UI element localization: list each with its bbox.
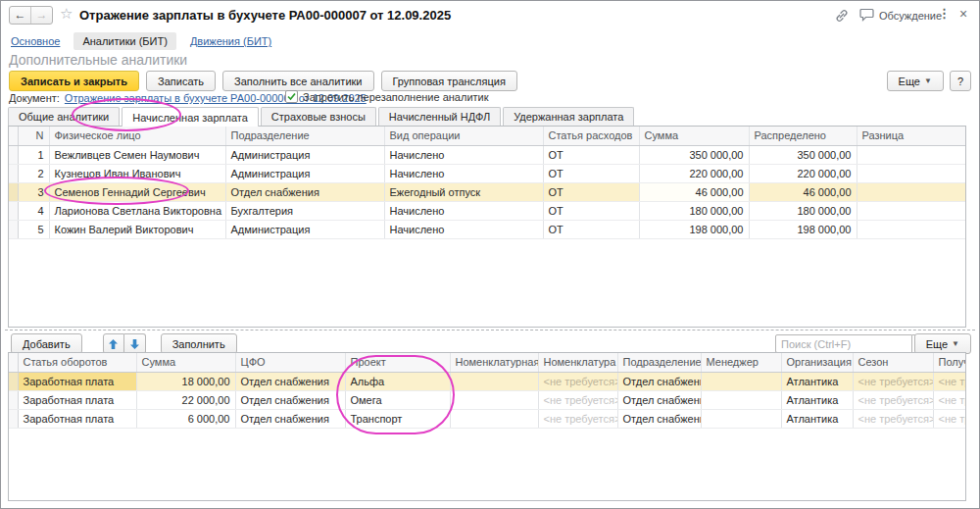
column-header-season[interactable]: Сезон (853, 353, 933, 372)
add-button[interactable]: Добавить (11, 333, 82, 354)
cell-amount[interactable]: 22 000,00 (136, 390, 235, 409)
cell-expense[interactable]: ОТ (543, 220, 639, 238)
cell-item[interactable]: Заработная плата (18, 390, 136, 409)
fill-all-analytics-button[interactable]: Заполнить все аналитики (222, 71, 373, 91)
cell-person[interactable]: Кожин Валерий Викторович (49, 220, 225, 238)
column-header-nomenclature[interactable]: Номенклатура (538, 353, 617, 372)
column-header-department[interactable]: Подразделение (225, 127, 384, 145)
help-button[interactable]: ? (950, 71, 971, 91)
cell-project[interactable]: Альфа (345, 372, 450, 390)
close-icon[interactable]: × (959, 6, 967, 22)
nav-item-osnovnoe[interactable]: Основное (11, 35, 60, 47)
column-header-operation[interactable]: Вид операции (384, 127, 543, 145)
get-link-icon[interactable] (834, 8, 850, 27)
cell-amount[interactable]: 18 000,00 (136, 372, 235, 390)
cell-nomenclature[interactable]: <не требуется> (538, 409, 617, 428)
column-header-person[interactable]: Физическое лицо (49, 127, 225, 145)
cell-operation[interactable]: Начислено (384, 145, 543, 164)
more-menu-icon[interactable]: ⋮ (938, 6, 951, 21)
move-up-button[interactable] (103, 333, 124, 354)
cell-season[interactable]: <не требуется> (853, 372, 933, 390)
cell-n[interactable]: 4 (18, 201, 49, 220)
column-header-distributed[interactable]: Распределено (749, 127, 857, 145)
column-header-cfo[interactable]: ЦФО (235, 353, 345, 372)
cell-expense[interactable]: ОТ (543, 201, 639, 220)
column-header-department[interactable]: Подразделение (617, 353, 701, 372)
cell-manager[interactable] (701, 409, 781, 428)
cell-project[interactable]: Транспорт (345, 409, 450, 428)
cell-n[interactable]: 1 (18, 145, 49, 164)
cell-difference[interactable] (857, 145, 965, 164)
cell-department[interactable]: Отдел снабжения (617, 409, 701, 428)
table-row[interactable]: Заработная плата 6 000,00 Отдел снабжени… (9, 409, 965, 428)
cell-nom-group[interactable] (450, 409, 538, 428)
forward-icon[interactable]: → (30, 7, 52, 24)
cell-department[interactable]: Администрация (225, 164, 384, 182)
cell-receiver[interactable]: <не требуется> (933, 409, 965, 428)
table-row[interactable]: 1 Вежливцев Семен Наумович Администрация… (9, 145, 965, 164)
cell-organization[interactable]: Атлантика (781, 372, 853, 390)
cell-n[interactable]: 2 (18, 164, 49, 182)
table-row[interactable]: 2 Кузнецов Иван Иванович Администрация Н… (9, 164, 965, 182)
cell-amount[interactable]: 220 000,00 (639, 164, 749, 182)
column-header-receiver[interactable]: Получате... (933, 353, 965, 372)
column-header-expense[interactable]: Статья расходов (543, 127, 639, 145)
cell-difference[interactable] (857, 220, 965, 238)
cell-amount[interactable]: 180 000,00 (639, 201, 749, 220)
nav-item-analitiki-bit[interactable]: Аналитики (БИТ) (74, 32, 175, 50)
forbid-refill-checkbox[interactable] (285, 90, 298, 103)
column-header-manager[interactable]: Менеджер (701, 353, 781, 372)
cell-department[interactable]: Отдел снабжения (225, 182, 384, 201)
column-header-amount[interactable]: Сумма (639, 127, 749, 145)
favorite-star-icon[interactable]: ☆ (60, 5, 73, 23)
tab-nachislennaya-zarplata[interactable]: Начисленная зарплата (122, 107, 259, 127)
cell-difference[interactable] (857, 164, 965, 182)
cell-department[interactable]: Администрация (225, 220, 384, 238)
column-header-difference[interactable]: Разница (857, 127, 965, 145)
cell-amount[interactable]: 350 000,00 (639, 145, 749, 164)
save-and-close-button[interactable]: Записать и закрыть (9, 71, 139, 91)
tab-obshchie-analitiki[interactable]: Общие аналитики (8, 107, 120, 126)
table-row-selected[interactable]: Заработная плата 18 000,00 Отдел снабжен… (9, 372, 965, 390)
table-row[interactable]: Заработная плата 22 000,00 Отдел снабжен… (9, 390, 965, 409)
cell-receiver[interactable]: <не требуется> (933, 390, 965, 409)
cell-cfo[interactable]: Отдел снабжения (235, 409, 345, 428)
cell-difference[interactable] (857, 182, 965, 201)
cell-expense[interactable]: ОТ (543, 182, 639, 201)
cell-operation[interactable]: Начислено (384, 220, 543, 238)
cell-project[interactable]: Омега (345, 390, 450, 409)
more-button-bottom[interactable]: Еще▼ (914, 333, 971, 354)
cell-distributed[interactable]: 220 000,00 (749, 164, 857, 182)
cell-person[interactable]: Семенов Геннадий Сергеевич (49, 182, 225, 201)
back-icon[interactable]: ← (10, 7, 30, 24)
nav-item-dvizheniya-bit[interactable]: Движения (БИТ) (190, 35, 271, 47)
cell-distributed[interactable]: 46 000,00 (749, 182, 857, 201)
table-row[interactable]: 5 Кожин Валерий Викторович Администрация… (9, 220, 965, 238)
cell-item[interactable]: Заработная плата (18, 409, 136, 428)
cell-item-focused[interactable]: Заработная плата (18, 372, 136, 390)
cell-cfo[interactable]: Отдел снабжения (235, 372, 345, 390)
more-button[interactable]: Еще▼ (887, 71, 944, 91)
cell-person[interactable]: Кузнецов Иван Иванович (49, 164, 225, 182)
move-down-button[interactable] (124, 333, 146, 354)
cell-nom-group[interactable] (450, 390, 538, 409)
column-header-item[interactable]: Статья оборотов (18, 353, 136, 372)
cell-expense[interactable]: ОТ (543, 164, 639, 182)
cell-organization[interactable]: Атлантика (781, 409, 853, 428)
tab-strahovye-vznosy[interactable]: Страховые взносы (261, 107, 376, 126)
column-header-project[interactable]: Проект (345, 353, 450, 372)
cell-department[interactable]: Отдел снабжения (617, 390, 701, 409)
cell-person[interactable]: Вежливцев Семен Наумович (49, 145, 225, 164)
tab-uderzhannaya-zarplata[interactable]: Удержанная зарплата (503, 107, 634, 126)
cell-operation[interactable]: Начислено (384, 201, 543, 220)
cell-amount[interactable]: 198 000,00 (639, 220, 749, 238)
group-translation-button[interactable]: Групповая трансляция (381, 71, 517, 91)
column-header-n[interactable]: N (18, 127, 49, 145)
cell-department[interactable]: Отдел снабжения (617, 372, 701, 390)
discussion-control[interactable]: Обсуждение (859, 8, 942, 24)
search-input[interactable] (775, 334, 912, 353)
tab-nachislennyj-ndfl[interactable]: Начисленный НДФЛ (378, 107, 501, 126)
column-header-nom-group[interactable]: Номенклатурная гру... (450, 353, 538, 372)
cell-operation[interactable]: Начислено (384, 164, 543, 182)
cell-nomenclature[interactable]: <не требуется> (538, 390, 617, 409)
